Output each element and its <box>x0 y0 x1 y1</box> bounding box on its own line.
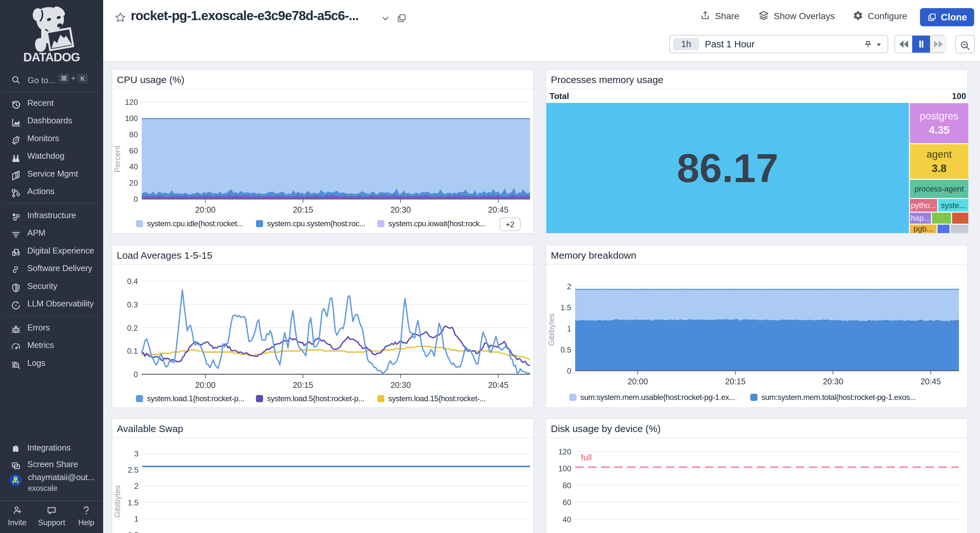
svg-text:2: 2 <box>567 282 571 291</box>
svg-text:20: 20 <box>129 179 138 187</box>
svg-text:60: 60 <box>129 147 138 155</box>
svg-text:system.cpu.idle{host:rocket...: system.cpu.idle{host:rocket... <box>147 219 243 228</box>
svg-text:0.3: 0.3 <box>127 300 138 309</box>
svg-text:0: 0 <box>134 370 138 379</box>
svg-text:sum:system.mem.total{host:rock: sum:system.mem.total{host:rocket-pg-1.ex… <box>761 393 916 402</box>
svg-text:+2: +2 <box>506 220 514 229</box>
svg-text:2: 2 <box>134 482 138 490</box>
svg-text:20:45: 20:45 <box>488 380 509 389</box>
svg-text:40: 40 <box>563 515 571 524</box>
svg-text:full: full <box>581 453 592 462</box>
svg-text:1.5: 1.5 <box>560 303 571 312</box>
svg-text:20:15: 20:15 <box>293 205 313 214</box>
svg-text:sum:system.mem.usable{host:roc: sum:system.mem.usable{host:rocket-pg-1.e… <box>580 393 735 402</box>
svg-text:Percent: Percent <box>113 145 122 172</box>
svg-text:Gibibytes: Gibibytes <box>113 485 122 518</box>
svg-text:20:15: 20:15 <box>293 380 313 389</box>
svg-text:60: 60 <box>563 498 571 507</box>
svg-text:20:45: 20:45 <box>488 205 509 214</box>
svg-text:20:45: 20:45 <box>921 377 941 386</box>
svg-text:system.cpu.system{host:roc...: system.cpu.system{host:roc... <box>267 219 365 228</box>
svg-text:1.5: 1.5 <box>128 498 138 507</box>
svg-text:20:30: 20:30 <box>391 205 411 214</box>
svg-text:0.1: 0.1 <box>127 347 138 356</box>
svg-text:0: 0 <box>567 367 571 375</box>
svg-text:Gibibytes: Gibibytes <box>547 314 556 346</box>
svg-text:120: 120 <box>125 98 138 107</box>
svg-text:20:00: 20:00 <box>195 380 216 389</box>
svg-text:100: 100 <box>125 114 138 123</box>
svg-text:system.load.5{host:rocket-p...: system.load.5{host:rocket-p... <box>267 394 364 403</box>
svg-text:40: 40 <box>129 162 138 171</box>
svg-text:20:00: 20:00 <box>628 377 648 386</box>
svg-text:80: 80 <box>563 481 571 490</box>
svg-text:2.5: 2.5 <box>128 466 138 474</box>
svg-text:120: 120 <box>558 447 571 456</box>
svg-text:1: 1 <box>134 514 138 523</box>
svg-text:0.5: 0.5 <box>128 531 138 533</box>
svg-text:system.load.1{host:rocket-p...: system.load.1{host:rocket-p... <box>147 394 244 403</box>
svg-text:system.cpu.iowait{host:rock...: system.cpu.iowait{host:rock... <box>388 219 485 228</box>
svg-text:3: 3 <box>134 449 138 458</box>
svg-text:0.2: 0.2 <box>127 324 138 332</box>
svg-text:0.5: 0.5 <box>560 345 571 354</box>
svg-text:20:30: 20:30 <box>391 380 411 389</box>
svg-text:80: 80 <box>129 130 138 139</box>
svg-text:20:30: 20:30 <box>823 377 843 386</box>
svg-text:0: 0 <box>134 195 138 204</box>
svg-text:100: 100 <box>558 464 571 473</box>
svg-text:0.4: 0.4 <box>127 277 138 286</box>
svg-text:1: 1 <box>567 324 571 333</box>
svg-text:system.load.15{host:rocket-...: system.load.15{host:rocket-... <box>388 394 485 403</box>
svg-text:20:00: 20:00 <box>195 205 216 214</box>
svg-text:20:15: 20:15 <box>725 377 746 386</box>
